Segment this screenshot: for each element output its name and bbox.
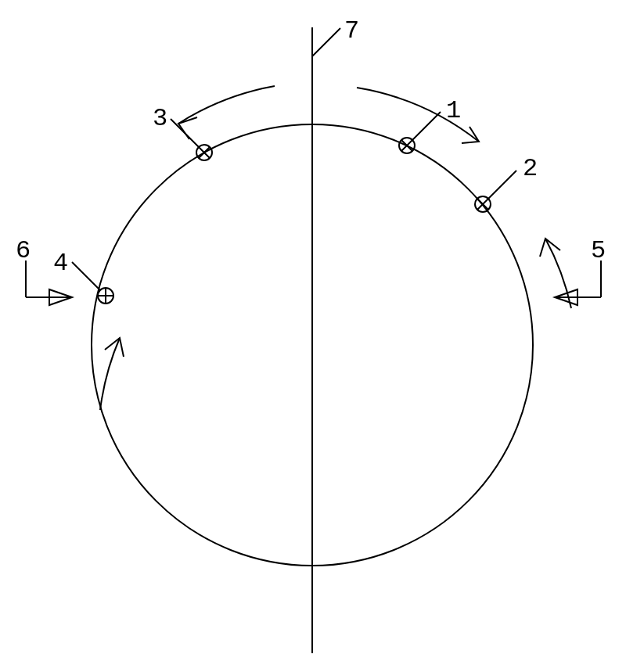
label-7: 7 — [344, 16, 360, 45]
label-1: 1 — [446, 96, 462, 125]
leader-7 — [312, 28, 340, 56]
datum-arrow-5 — [555, 261, 601, 305]
label-4: 4 — [53, 249, 69, 278]
diagram-svg: 1 2 3 4 5 6 7 — [0, 0, 626, 672]
leader-4 — [72, 262, 100, 290]
leader-2 — [488, 171, 516, 199]
arrow-left-up — [100, 338, 124, 410]
leader-1 — [412, 112, 441, 140]
label-3: 3 — [153, 104, 168, 133]
label-5: 5 — [591, 236, 606, 265]
label-6: 6 — [16, 236, 31, 265]
label-2: 2 — [523, 154, 538, 183]
